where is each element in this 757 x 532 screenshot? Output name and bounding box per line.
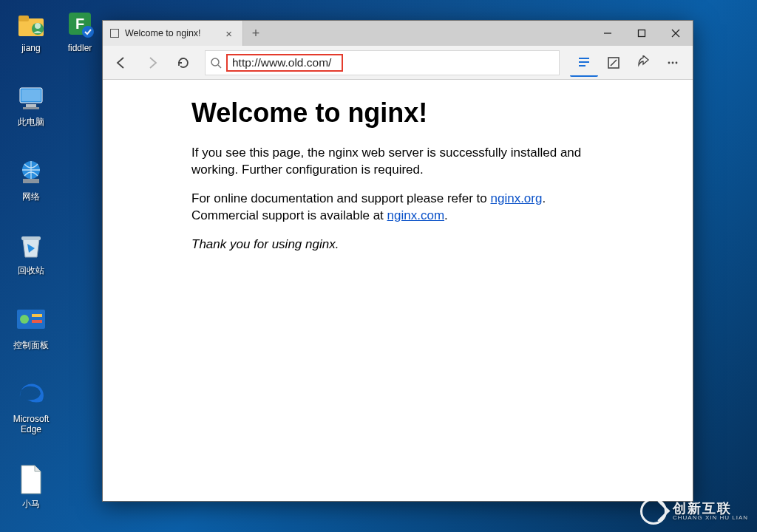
desktop-icon-label: 网络 (22, 191, 40, 202)
notes-button[interactable] (600, 49, 628, 77)
desktop-icon-file[interactable]: 小马 (4, 463, 58, 509)
desktop-icons-column-2: F fiddler (64, 7, 96, 53)
svg-rect-1 (18, 16, 29, 21)
reading-view-button[interactable] (570, 49, 598, 77)
svg-rect-9 (23, 179, 39, 183)
svg-point-22 (211, 58, 219, 66)
recycle-bin-icon (15, 230, 47, 262)
desktop-icon-label: 回收站 (18, 265, 44, 276)
address-bar[interactable] (205, 50, 560, 75)
svg-rect-6 (26, 104, 36, 107)
this-pc-icon (15, 81, 47, 114)
new-tab-button[interactable]: + (243, 21, 268, 46)
forward-button[interactable] (138, 49, 166, 77)
minimize-button[interactable] (591, 21, 625, 46)
svg-rect-13 (32, 314, 42, 317)
tab-strip: Welcome to nginx! × + (103, 21, 693, 46)
tab-title: Welcome to nginx! (125, 28, 201, 38)
desktop-icon-label: fiddler (68, 43, 92, 53)
desktop-icon-control-panel[interactable]: 控制面板 (4, 304, 58, 350)
network-icon (15, 156, 47, 188)
svg-rect-14 (32, 320, 42, 323)
desktop-icons-column-1: jiang 此电脑 网络 回收站 控制面板 Microsoft Edge 小 (4, 7, 58, 509)
desktop-icon-label: 小马 (22, 499, 40, 509)
url-highlight-annotation (226, 54, 343, 72)
svg-line-23 (218, 65, 221, 68)
window-controls (591, 21, 693, 46)
page-heading: Welcome to nginx! (191, 98, 604, 129)
page-content: Welcome to nginx! If you see this page, … (103, 80, 693, 501)
edge-icon (15, 378, 47, 411)
desktop-icon-recycle-bin[interactable]: 回收站 (4, 230, 58, 276)
toolbar-right-actions (570, 49, 688, 77)
svg-rect-5 (21, 89, 41, 101)
desktop-icon-network[interactable]: 网络 (4, 156, 58, 202)
page-paragraph-2: For online documentation and support ple… (191, 191, 604, 225)
refresh-button[interactable] (169, 49, 197, 77)
svg-point-3 (35, 23, 41, 29)
browser-toolbar (103, 46, 693, 80)
close-window-button[interactable] (659, 21, 693, 46)
url-input[interactable] (228, 56, 339, 69)
page-thanks: Thank you for using nginx. (191, 236, 604, 253)
control-panel-icon (15, 304, 47, 337)
svg-point-28 (668, 61, 671, 64)
close-tab-button[interactable]: × (223, 27, 235, 40)
desktop-icon-label: jiang (21, 43, 40, 53)
share-button[interactable] (629, 49, 657, 77)
svg-point-12 (20, 315, 29, 324)
link-nginx-com[interactable]: nginx.com (387, 208, 444, 222)
search-icon (206, 57, 226, 69)
watermark-logo-icon (640, 498, 667, 525)
desktop-icon-label: 控制面板 (13, 340, 49, 350)
page-paragraph-1: If you see this page, the nginx web serv… (191, 145, 604, 179)
desktop-icon-edge[interactable]: Microsoft Edge (4, 378, 58, 435)
watermark-text: 创新互联 (673, 502, 748, 515)
more-button[interactable] (659, 49, 687, 77)
svg-point-30 (676, 61, 678, 64)
file-icon (15, 463, 47, 496)
page-icon (110, 29, 119, 38)
desktop-icon-fiddler[interactable]: F fiddler (64, 7, 96, 53)
maximize-button[interactable] (625, 21, 659, 46)
svg-point-29 (672, 61, 674, 64)
watermark-subtext: CHUANG XIN HU LIAN (673, 515, 748, 521)
user-folder-icon (15, 7, 47, 40)
desktop-icon-label: Microsoft Edge (4, 414, 58, 435)
watermark: 创新互联 CHUANG XIN HU LIAN (640, 498, 748, 525)
desktop-icon-jiang[interactable]: jiang (4, 7, 58, 53)
desktop-icon-label: 此电脑 (18, 117, 44, 127)
svg-rect-7 (23, 107, 39, 109)
svg-point-17 (82, 26, 94, 38)
back-button[interactable] (107, 49, 135, 77)
browser-window: Welcome to nginx! × + (102, 20, 693, 502)
desktop-icon-this-pc[interactable]: 此电脑 (4, 81, 58, 127)
svg-rect-19 (639, 30, 645, 37)
browser-tab[interactable]: Welcome to nginx! × (103, 21, 243, 46)
fiddler-icon: F (64, 7, 96, 40)
svg-rect-10 (21, 236, 41, 240)
link-nginx-org[interactable]: nginx.org (490, 191, 542, 205)
